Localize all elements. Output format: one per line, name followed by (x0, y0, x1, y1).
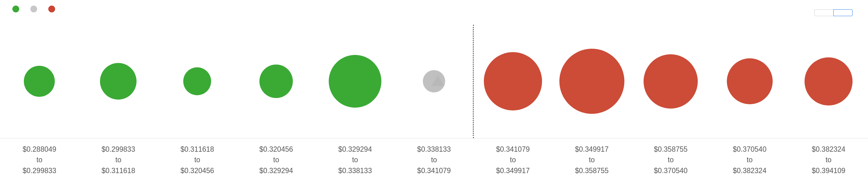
legend-dot-out (48, 6, 55, 12)
range-to-word-9: to (747, 154, 752, 165)
label-col-7: $0.349917to$0.358755 (552, 138, 631, 179)
current-price-line (473, 25, 474, 138)
bubble-col-1 (79, 25, 158, 138)
bubble-col-4 (316, 25, 395, 138)
bubble-wrapper-10 (805, 25, 852, 138)
range-to-word-8: to (668, 154, 674, 165)
bubble-10 (805, 57, 852, 105)
label-col-2: $0.311618to$0.320456 (158, 138, 237, 179)
label-col-0: $0.288049to$0.299833 (0, 138, 79, 179)
range-from-4: $0.329294 (338, 144, 372, 155)
range-to-0: $0.299833 (23, 165, 56, 176)
range-from-1: $0.299833 (101, 144, 135, 155)
label-col-3: $0.320456to$0.329294 (237, 138, 316, 179)
bubble-col-2 (158, 25, 237, 138)
range-to-word-6: to (510, 154, 516, 165)
bubble-col-3 (237, 25, 316, 138)
range-from-9: $0.370540 (733, 144, 767, 155)
bubble-wrapper-0 (24, 25, 55, 138)
legend-item-at (30, 6, 40, 12)
bubbles-row (0, 25, 868, 138)
bubble-2 (183, 67, 211, 95)
bubble-wrapper-4 (329, 25, 381, 138)
range-to-6: $0.349917 (496, 165, 530, 176)
bubble-col-6 (473, 25, 552, 138)
watermark (430, 74, 450, 89)
bubble-wrapper-9 (727, 25, 773, 138)
range-to-word-1: to (116, 154, 121, 165)
legend-dot-at (30, 6, 37, 12)
range-to-3: $0.329294 (259, 165, 293, 176)
range-from-3: $0.320456 (259, 144, 293, 155)
range-to-word-2: to (194, 154, 200, 165)
volume-button[interactable] (833, 9, 852, 16)
chart-area: $0.288049to$0.299833$0.299833to$0.311618… (0, 25, 868, 179)
labels-row: $0.288049to$0.299833$0.299833to$0.311618… (0, 138, 868, 179)
bubble-wrapper-7 (559, 25, 624, 138)
svg-marker-0 (432, 75, 444, 86)
range-from-2: $0.311618 (181, 144, 214, 155)
bubble-wrapper-6 (484, 25, 542, 138)
bubble-wrapper-8 (644, 25, 698, 138)
legend (0, 0, 70, 18)
bubble-col-10 (789, 25, 868, 138)
range-to-10: $0.394109 (812, 165, 845, 176)
range-to-4: $0.338133 (338, 165, 372, 176)
range-from-0: $0.288049 (23, 144, 56, 155)
range-to-5: $0.341079 (417, 165, 451, 176)
bubble-0 (24, 66, 55, 97)
label-col-6: $0.341079to$0.349917 (473, 138, 552, 179)
legend-item-in (12, 6, 22, 12)
legend-dot-in (12, 6, 19, 12)
range-to-word-0: to (36, 154, 42, 165)
range-to-word-5: to (431, 154, 437, 165)
bubble-wrapper-1 (100, 25, 136, 138)
bubble-4 (329, 55, 381, 108)
range-to-8: $0.370540 (654, 165, 687, 176)
bubble-1 (100, 63, 136, 100)
bubble-7 (559, 49, 624, 114)
label-col-4: $0.329294to$0.338133 (316, 138, 395, 179)
label-col-10: $0.382324to$0.394109 (789, 138, 868, 179)
bubble-col-0 (0, 25, 79, 138)
range-to-1: $0.311618 (101, 165, 135, 176)
range-to-2: $0.320456 (181, 165, 214, 176)
range-to-word-3: to (273, 154, 279, 165)
label-col-9: $0.370540to$0.382324 (710, 138, 789, 179)
bubble-col-7 (552, 25, 631, 138)
range-to-9: $0.382324 (733, 165, 767, 176)
label-col-8: $0.358755to$0.370540 (631, 138, 710, 179)
bubble-9 (727, 58, 773, 104)
range-to-7: $0.358755 (575, 165, 609, 176)
bubble-3 (259, 65, 293, 98)
range-from-7: $0.349917 (575, 144, 609, 155)
range-from-5: $0.338133 (417, 144, 451, 155)
watermark-icon (430, 74, 446, 89)
bubble-col-9 (710, 25, 789, 138)
range-to-word-4: to (352, 154, 358, 165)
view-toggle (814, 9, 852, 16)
legend-item-out (48, 6, 58, 12)
bubble-col-8 (631, 25, 710, 138)
label-col-5: $0.338133to$0.341079 (395, 138, 474, 179)
addresses-button[interactable] (814, 9, 833, 16)
bubble-8 (644, 54, 698, 108)
bubble-6 (484, 52, 542, 110)
range-from-6: $0.341079 (496, 144, 530, 155)
range-to-word-10: to (826, 154, 832, 165)
range-from-10: $0.382324 (812, 144, 845, 155)
bubble-wrapper-2 (183, 25, 211, 138)
bubble-wrapper-3 (259, 25, 293, 138)
label-col-1: $0.299833to$0.311618 (79, 138, 158, 179)
range-to-word-7: to (589, 154, 595, 165)
range-from-8: $0.358755 (654, 144, 687, 155)
